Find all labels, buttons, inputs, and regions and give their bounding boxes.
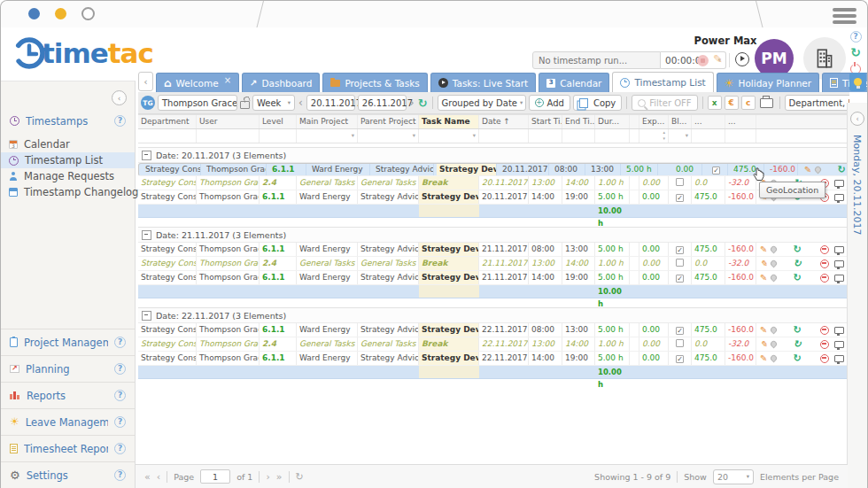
column-header-user[interactable]: User <box>197 115 260 128</box>
column-header-parent-project[interactable]: Parent Project <box>358 115 419 128</box>
group-header[interactable]: Date: 22.11.2017 (3 Elements) <box>138 307 849 323</box>
section-help-icon[interactable]: ? <box>114 115 126 127</box>
unlock-icon[interactable] <box>240 101 250 109</box>
export-currency-button[interactable]: c <box>741 96 756 110</box>
geolocation-icon[interactable] <box>770 259 779 268</box>
section-help-icon[interactable]: ? <box>114 390 126 401</box>
monitor-icon[interactable] <box>834 194 844 201</box>
tips-button[interactable] <box>849 73 866 91</box>
previous-period-button[interactable]: ‹ <box>298 97 304 109</box>
timestamp-row[interactable]: Strategy ConsultingThompson Grace2.4Gene… <box>138 176 849 190</box>
tab-dashboard[interactable]: Dashboard <box>242 73 320 92</box>
reload-data-icon[interactable]: ↻ <box>418 97 428 110</box>
column-header-exp[interactable]: Exp... <box>639 115 669 128</box>
column-header-bl[interactable]: Bl... <box>669 115 692 128</box>
print-icon[interactable] <box>760 98 773 108</box>
billable-checkbox[interactable]: ✓ <box>676 275 684 283</box>
sync-icon[interactable]: ↻ <box>793 352 801 365</box>
previous-page-button[interactable]: ‹ <box>157 471 160 483</box>
filter-level[interactable] <box>260 129 297 143</box>
sync-icon[interactable]: ↻ <box>793 323 801 337</box>
tabs-scroll-left-button[interactable]: ‹ <box>138 72 153 91</box>
column-header-col[interactable]: ... <box>725 115 756 128</box>
next-period-button[interactable]: › <box>409 97 415 109</box>
edit-icon[interactable]: ✎ <box>760 271 767 284</box>
first-page-button[interactable]: « <box>144 471 151 483</box>
date-to-input[interactable]: 26.11.2017 <box>358 95 407 111</box>
section-help-icon[interactable]: ? <box>114 443 126 454</box>
sidebar-section-leave-management[interactable]: Leave Management? <box>1 408 135 435</box>
geolocation-icon[interactable] <box>770 245 779 254</box>
sidebar-item-calendar[interactable]: Calendar <box>1 136 135 152</box>
collapse-group-icon[interactable] <box>142 311 151 321</box>
group-header[interactable]: Date: 20.11.2017 (3 Elements) <box>138 147 849 163</box>
column-header-dur[interactable]: Dur... <box>595 115 630 128</box>
export-cost-button[interactable]: € <box>725 96 739 110</box>
help-icon[interactable]: ? <box>850 31 862 43</box>
tab-calendar[interactable]: Calendar <box>539 73 609 92</box>
sidebar-section-planning[interactable]: Planning? <box>1 355 135 382</box>
sidebar-section-project-management[interactable]: Project Management? <box>1 329 135 355</box>
sidebar-section-settings[interactable]: Settings? <box>1 461 135 488</box>
sync-icon[interactable]: ↻ <box>793 243 801 256</box>
window-dot-yellow[interactable] <box>55 8 66 19</box>
section-help-icon[interactable]: ? <box>114 337 126 348</box>
filter-parent-project[interactable]: ▾ <box>358 129 419 143</box>
copy-button[interactable]: Copy <box>573 95 622 111</box>
period-select[interactable]: Week▾ <box>252 95 295 111</box>
geolocation-icon[interactable] <box>770 326 779 335</box>
tab-close-icon[interactable]: × <box>224 75 231 85</box>
tab-timestamp-list[interactable]: Timestamp List <box>612 72 713 92</box>
monitor-icon[interactable] <box>834 260 844 267</box>
collapse-group-icon[interactable] <box>142 151 151 160</box>
delete-icon[interactable] <box>820 245 829 254</box>
column-header-start-ti[interactable]: Start Ti... <box>529 115 562 128</box>
export-excel-button[interactable]: x <box>708 96 722 110</box>
filter-start-ti[interactable] <box>529 129 562 143</box>
right-panel-collapse-button[interactable]: ‹ <box>850 112 864 126</box>
filter-col[interactable] <box>725 129 756 143</box>
column-header-end-ti[interactable]: End Ti... <box>562 115 595 128</box>
sync-icon[interactable]: ↻ <box>837 163 845 176</box>
sidebar-item-manage-requests[interactable]: Manage Requests <box>1 168 135 184</box>
filter-exp[interactable]: ▴▾ <box>639 129 669 143</box>
edit-icon[interactable]: ✎ <box>760 243 767 256</box>
user-select[interactable]: Thompson Grace▾ <box>158 95 237 111</box>
sidebar-item-timestamp-changelog[interactable]: Timestamp Changelog <box>1 184 135 200</box>
tab-welcome[interactable]: Welcome× <box>156 73 239 92</box>
sync-icon[interactable]: ↻ <box>793 257 801 270</box>
edit-icon[interactable]: ✎ <box>760 337 767 351</box>
column-header-date[interactable]: Date ↑ <box>479 115 529 128</box>
billable-checkbox[interactable] <box>676 259 684 267</box>
column-header-main-project[interactable]: Main Project <box>297 115 358 128</box>
tab-projects-tasks[interactable]: Projects & Tasks <box>322 73 427 92</box>
billable-checkbox[interactable] <box>676 339 684 347</box>
group-by-select[interactable]: Grouped by Date▾ <box>438 95 526 111</box>
stop-icon[interactable] <box>697 55 709 66</box>
no-timestamp-input[interactable] <box>532 51 661 69</box>
sidebar-collapse-button[interactable]: ‹ <box>112 90 127 105</box>
filter-spacer[interactable] <box>630 129 639 143</box>
edit-icon[interactable]: ✎ <box>760 257 767 270</box>
column-header-task-name[interactable]: Task Name <box>419 115 479 128</box>
monitor-icon[interactable] <box>834 341 844 348</box>
timestamp-row[interactable]: Strategy ConsultingThompson Grace2.4Gene… <box>138 337 849 352</box>
page-input[interactable]: 1 <box>200 469 230 484</box>
filter-task-name[interactable]: ▾ <box>419 129 479 143</box>
edit-icon[interactable]: ✎ <box>760 323 767 337</box>
geolocation-icon[interactable] <box>770 340 779 349</box>
filter-end-ti[interactable] <box>562 129 595 143</box>
filter-user[interactable] <box>197 129 260 143</box>
billable-checkbox[interactable] <box>676 178 684 186</box>
edit-icon[interactable]: ✎ <box>760 352 767 365</box>
columns-select[interactable]: Department, User, Level, M▾ <box>785 95 849 111</box>
refresh-icon[interactable]: ↻ <box>850 47 861 58</box>
monitor-icon[interactable] <box>834 327 844 334</box>
edit-timestamp-icon[interactable]: ✎ <box>713 52 723 66</box>
timestamp-row[interactable]: Strategy ConsultingThompson Grace6.1.1Wa… <box>138 271 849 285</box>
browser-menu-icon[interactable] <box>833 5 856 27</box>
geolocation-icon[interactable] <box>770 354 779 363</box>
tab-holiday-planner[interactable]: Holiday Planner <box>717 73 819 92</box>
sidebar-section-timestamps[interactable]: Timestamps ? <box>1 108 135 134</box>
sidebar-item-timestamp-list[interactable]: Timestamp List <box>1 152 135 168</box>
